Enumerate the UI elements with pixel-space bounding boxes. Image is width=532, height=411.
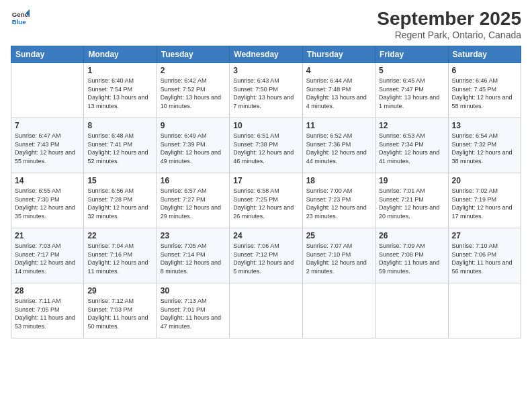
day-number: 17 bbox=[233, 176, 298, 185]
title-block: September 2025 Regent Park, Ontario, Can… bbox=[377, 8, 521, 40]
day-info: Sunrise: 6:49 AMSunset: 7:39 PMDaylight:… bbox=[161, 132, 226, 165]
day-info: Sunrise: 6:55 AMSunset: 7:30 PMDaylight:… bbox=[15, 187, 80, 220]
day-info: Sunrise: 6:57 AMSunset: 7:27 PMDaylight:… bbox=[161, 187, 226, 220]
calendar-cell: 6Sunrise: 6:46 AMSunset: 7:45 PMDaylight… bbox=[448, 63, 521, 118]
day-number: 23 bbox=[161, 231, 226, 240]
day-number: 25 bbox=[306, 231, 371, 240]
calendar-cell: 16Sunrise: 6:57 AMSunset: 7:27 PMDayligh… bbox=[157, 173, 229, 228]
day-info: Sunrise: 6:46 AMSunset: 7:45 PMDaylight:… bbox=[452, 77, 517, 110]
calendar-cell: 25Sunrise: 7:07 AMSunset: 7:10 PMDayligh… bbox=[302, 228, 375, 283]
day-info: Sunrise: 6:44 AMSunset: 7:48 PMDaylight:… bbox=[306, 77, 371, 110]
calendar-week-4: 21Sunrise: 7:03 AMSunset: 7:17 PMDayligh… bbox=[11, 228, 521, 283]
day-info: Sunrise: 7:06 AMSunset: 7:12 PMDaylight:… bbox=[233, 242, 298, 275]
day-info: Sunrise: 7:13 AMSunset: 7:01 PMDaylight:… bbox=[161, 297, 226, 330]
calendar-cell: 18Sunrise: 7:00 AMSunset: 7:23 PMDayligh… bbox=[302, 173, 375, 228]
day-number: 24 bbox=[233, 231, 298, 240]
day-info: Sunrise: 7:05 AMSunset: 7:14 PMDaylight:… bbox=[161, 242, 226, 275]
logo-icon: General Blue bbox=[11, 8, 30, 27]
day-number: 28 bbox=[15, 286, 80, 295]
day-number: 1 bbox=[87, 66, 152, 75]
page: General Blue September 2025 Regent Park,… bbox=[0, 0, 532, 411]
day-number: 9 bbox=[161, 121, 226, 130]
day-number: 15 bbox=[87, 176, 152, 185]
weekday-sunday: Sunday bbox=[11, 46, 84, 63]
day-number: 20 bbox=[452, 176, 517, 185]
day-number: 11 bbox=[306, 121, 371, 130]
day-info: Sunrise: 7:09 AMSunset: 7:08 PMDaylight:… bbox=[379, 242, 444, 275]
calendar-cell: 24Sunrise: 7:06 AMSunset: 7:12 PMDayligh… bbox=[230, 228, 302, 283]
day-number: 8 bbox=[87, 121, 152, 130]
calendar-cell: 22Sunrise: 7:04 AMSunset: 7:16 PMDayligh… bbox=[84, 228, 157, 283]
main-title: September 2025 bbox=[377, 8, 521, 30]
day-info: Sunrise: 6:47 AMSunset: 7:43 PMDaylight:… bbox=[15, 132, 80, 165]
calendar-cell: 12Sunrise: 6:53 AMSunset: 7:34 PMDayligh… bbox=[375, 118, 448, 173]
day-info: Sunrise: 7:02 AMSunset: 7:19 PMDaylight:… bbox=[452, 187, 517, 220]
weekday-friday: Friday bbox=[375, 46, 448, 63]
calendar-cell bbox=[375, 283, 448, 338]
weekday-thursday: Thursday bbox=[302, 46, 375, 63]
calendar-week-5: 28Sunrise: 7:11 AMSunset: 7:05 PMDayligh… bbox=[11, 283, 521, 338]
day-number: 12 bbox=[379, 121, 444, 130]
day-number: 2 bbox=[161, 66, 226, 75]
subtitle: Regent Park, Ontario, Canada bbox=[377, 30, 521, 40]
day-info: Sunrise: 7:07 AMSunset: 7:10 PMDaylight:… bbox=[306, 242, 371, 275]
calendar-table: Sunday Monday Tuesday Wednesday Thursday… bbox=[11, 46, 521, 338]
calendar-cell: 4Sunrise: 6:44 AMSunset: 7:48 PMDaylight… bbox=[302, 63, 375, 118]
calendar-cell: 26Sunrise: 7:09 AMSunset: 7:08 PMDayligh… bbox=[375, 228, 448, 283]
calendar-week-2: 7Sunrise: 6:47 AMSunset: 7:43 PMDaylight… bbox=[11, 118, 521, 173]
weekday-wednesday: Wednesday bbox=[230, 46, 302, 63]
day-info: Sunrise: 6:42 AMSunset: 7:52 PMDaylight:… bbox=[161, 77, 226, 110]
day-number: 19 bbox=[379, 176, 444, 185]
weekday-row: Sunday Monday Tuesday Wednesday Thursday… bbox=[11, 46, 521, 63]
calendar-cell: 20Sunrise: 7:02 AMSunset: 7:19 PMDayligh… bbox=[448, 173, 521, 228]
day-number: 13 bbox=[452, 121, 517, 130]
calendar-week-3: 14Sunrise: 6:55 AMSunset: 7:30 PMDayligh… bbox=[11, 173, 521, 228]
day-info: Sunrise: 7:00 AMSunset: 7:23 PMDaylight:… bbox=[306, 187, 371, 220]
calendar-cell: 17Sunrise: 6:58 AMSunset: 7:25 PMDayligh… bbox=[230, 173, 302, 228]
calendar-cell: 8Sunrise: 6:48 AMSunset: 7:41 PMDaylight… bbox=[84, 118, 157, 173]
header: General Blue September 2025 Regent Park,… bbox=[11, 8, 521, 40]
calendar-cell: 19Sunrise: 7:01 AMSunset: 7:21 PMDayligh… bbox=[375, 173, 448, 228]
calendar-cell: 23Sunrise: 7:05 AMSunset: 7:14 PMDayligh… bbox=[157, 228, 229, 283]
calendar-cell: 2Sunrise: 6:42 AMSunset: 7:52 PMDaylight… bbox=[157, 63, 229, 118]
day-info: Sunrise: 6:56 AMSunset: 7:28 PMDaylight:… bbox=[87, 187, 152, 220]
calendar-cell: 27Sunrise: 7:10 AMSunset: 7:06 PMDayligh… bbox=[448, 228, 521, 283]
day-number: 22 bbox=[87, 231, 152, 240]
calendar-cell: 3Sunrise: 6:43 AMSunset: 7:50 PMDaylight… bbox=[230, 63, 302, 118]
calendar-cell: 30Sunrise: 7:13 AMSunset: 7:01 PMDayligh… bbox=[157, 283, 229, 338]
calendar-body: 1Sunrise: 6:40 AMSunset: 7:54 PMDaylight… bbox=[11, 63, 521, 338]
day-number: 29 bbox=[87, 286, 152, 295]
day-info: Sunrise: 6:40 AMSunset: 7:54 PMDaylight:… bbox=[87, 77, 152, 110]
calendar-cell: 5Sunrise: 6:45 AMSunset: 7:47 PMDaylight… bbox=[375, 63, 448, 118]
day-info: Sunrise: 6:53 AMSunset: 7:34 PMDaylight:… bbox=[379, 132, 444, 165]
day-number: 5 bbox=[379, 66, 444, 75]
calendar-cell: 10Sunrise: 6:51 AMSunset: 7:38 PMDayligh… bbox=[230, 118, 302, 173]
day-info: Sunrise: 7:12 AMSunset: 7:03 PMDaylight:… bbox=[87, 297, 152, 330]
day-info: Sunrise: 6:54 AMSunset: 7:32 PMDaylight:… bbox=[452, 132, 517, 165]
day-info: Sunrise: 6:48 AMSunset: 7:41 PMDaylight:… bbox=[87, 132, 152, 165]
day-info: Sunrise: 7:01 AMSunset: 7:21 PMDaylight:… bbox=[379, 187, 444, 220]
day-info: Sunrise: 7:03 AMSunset: 7:17 PMDaylight:… bbox=[15, 242, 80, 275]
day-info: Sunrise: 6:58 AMSunset: 7:25 PMDaylight:… bbox=[233, 187, 298, 220]
day-number: 27 bbox=[452, 231, 517, 240]
day-number: 30 bbox=[161, 286, 226, 295]
calendar-cell: 15Sunrise: 6:56 AMSunset: 7:28 PMDayligh… bbox=[84, 173, 157, 228]
calendar-cell: 9Sunrise: 6:49 AMSunset: 7:39 PMDaylight… bbox=[157, 118, 229, 173]
day-number: 16 bbox=[161, 176, 226, 185]
calendar-cell bbox=[302, 283, 375, 338]
day-number: 3 bbox=[233, 66, 298, 75]
day-number: 21 bbox=[15, 231, 80, 240]
svg-text:Blue: Blue bbox=[12, 18, 26, 26]
calendar-cell bbox=[11, 63, 84, 118]
calendar-cell: 21Sunrise: 7:03 AMSunset: 7:17 PMDayligh… bbox=[11, 228, 84, 283]
day-number: 10 bbox=[233, 121, 298, 130]
day-info: Sunrise: 7:04 AMSunset: 7:16 PMDaylight:… bbox=[87, 242, 152, 275]
day-number: 6 bbox=[452, 66, 517, 75]
calendar-cell: 29Sunrise: 7:12 AMSunset: 7:03 PMDayligh… bbox=[84, 283, 157, 338]
logo: General Blue bbox=[11, 8, 30, 27]
calendar-cell: 28Sunrise: 7:11 AMSunset: 7:05 PMDayligh… bbox=[11, 283, 84, 338]
calendar-cell: 14Sunrise: 6:55 AMSunset: 7:30 PMDayligh… bbox=[11, 173, 84, 228]
day-info: Sunrise: 6:45 AMSunset: 7:47 PMDaylight:… bbox=[379, 77, 444, 110]
day-info: Sunrise: 7:11 AMSunset: 7:05 PMDaylight:… bbox=[15, 297, 80, 330]
day-info: Sunrise: 6:52 AMSunset: 7:36 PMDaylight:… bbox=[306, 132, 371, 165]
